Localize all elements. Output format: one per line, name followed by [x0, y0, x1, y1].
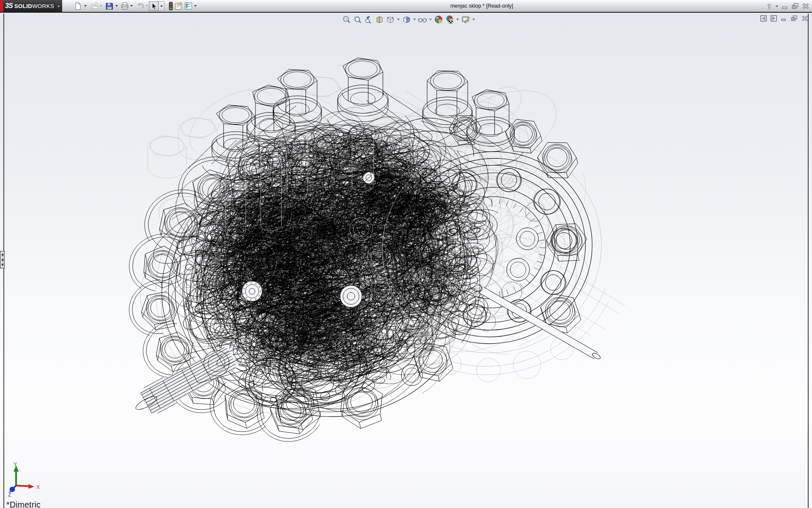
screen-capture-icon [461, 15, 471, 24]
view-settings-dropdown[interactable] [455, 14, 460, 25]
view-settings-button[interactable] [444, 14, 455, 25]
collapse-arrow-icon [1, 263, 3, 266]
feature-manager-collapsed-tab[interactable] [0, 251, 5, 268]
restore-document-button[interactable] [791, 15, 798, 22]
section-view-button[interactable] [374, 14, 385, 25]
zoom-to-area-button[interactable] [352, 14, 363, 25]
triad-x-label: X [36, 484, 40, 490]
expand-right-pane-button[interactable] [771, 15, 777, 22]
section-view-icon [375, 15, 384, 24]
collapse-arrow-icon [1, 258, 3, 262]
collapse-left-pane-button[interactable] [760, 15, 767, 22]
view-settings-icon [445, 15, 455, 24]
display-style-dropdown[interactable] [412, 14, 417, 25]
view-orientation-icon [386, 15, 395, 24]
display-style-button[interactable] [401, 14, 412, 25]
previous-view-button[interactable] [363, 14, 374, 25]
solidworks-window: 3S SOLIDWORKS ▸ [0, 0, 812, 508]
screen-capture-button[interactable] [460, 14, 471, 25]
view-orientation-dropdown[interactable] [396, 14, 401, 25]
apply-scene-button[interactable] [433, 14, 444, 25]
screen-capture-dropdown[interactable] [471, 14, 476, 25]
document-window-controls [760, 15, 808, 22]
graphics-area[interactable]: Y X Z *Dimetric [0, 14, 812, 508]
hide-show-items-dropdown[interactable] [428, 14, 433, 25]
triad-z-label: Z [8, 492, 11, 498]
triad-y-label: Y [14, 461, 17, 467]
heads-up-toolbar [341, 14, 476, 25]
display-style-icon [402, 15, 411, 24]
collapse-arrow-icon [1, 253, 3, 257]
viewport-border-right [808, 14, 809, 508]
zoom-to-fit-icon [342, 15, 351, 24]
orientation-label: *Dimetric [6, 500, 41, 508]
close-document-button[interactable] [801, 15, 808, 22]
previous-view-icon [364, 15, 373, 24]
wireframe-model [0, 0, 812, 508]
view-orientation-button[interactable] [385, 14, 396, 25]
zoom-to-area-icon [353, 15, 362, 24]
scene-sphere-icon [434, 15, 443, 24]
minimize-document-button[interactable] [781, 15, 787, 22]
zoom-to-fit-button[interactable] [341, 14, 352, 25]
hide-show-items-button[interactable] [417, 14, 428, 25]
orientation-triad: Y X Z [3, 461, 50, 501]
eyeglasses-icon [417, 15, 428, 24]
